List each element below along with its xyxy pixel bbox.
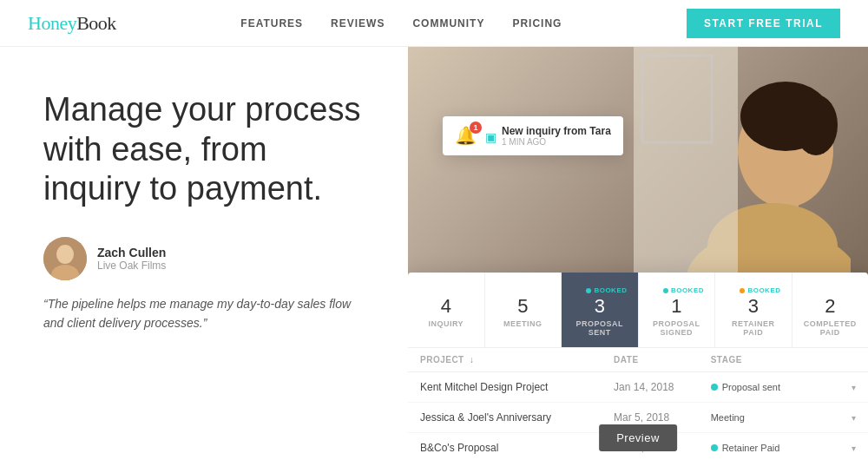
- nav-pricing[interactable]: PRICING: [512, 17, 562, 30]
- stage-retainer-label: RETAINERPAID: [722, 319, 785, 337]
- stage-badge-2: Meeting: [711, 412, 745, 423]
- hero-headline: Manage your process with ease, from inqu…: [43, 90, 373, 209]
- th-stage: STAGE: [711, 355, 856, 365]
- stage-inquiry-status: [415, 283, 477, 295]
- booked-label2: BOOKED: [671, 286, 704, 294]
- td-stage-2: Meeting ▾: [711, 412, 856, 423]
- booked-label: BOOKED: [594, 286, 627, 294]
- svg-point-1: [56, 245, 74, 264]
- td-stage-3: Retainer Paid ▾: [711, 443, 856, 453]
- stage-retainer-count: 3: [722, 295, 785, 318]
- stage-meeting[interactable]: 5 MEETING: [485, 273, 562, 347]
- chevron-down-icon-2[interactable]: ▾: [852, 413, 856, 423]
- stage-inquiry[interactable]: 4 INQUIRY: [408, 273, 485, 347]
- stage-proposal-sent-label: PROPOSALSENT: [569, 319, 631, 337]
- stage-completed[interactable]: 2 COMPLETEDPAID: [792, 273, 869, 347]
- stage-completed-status: [799, 283, 862, 295]
- table-header: PROJECT ↓ DATE STAGE: [408, 348, 868, 372]
- notification-message: New inquiry from Tara: [502, 125, 611, 137]
- stage-dot-1: [711, 384, 718, 391]
- avatar: [43, 237, 87, 280]
- stage-proposal-sent-status: BOOKED: [569, 283, 631, 295]
- stage-meeting-label: MEETING: [492, 319, 555, 328]
- stage-dot-3: [711, 444, 718, 451]
- sort-icon[interactable]: ↓: [470, 355, 475, 365]
- chevron-down-icon-1[interactable]: ▾: [852, 383, 856, 392]
- stage-completed-label: COMPLETEDPAID: [799, 319, 862, 337]
- booked-label3: BOOKED: [747, 286, 780, 294]
- notification-bell: 🔔 1: [455, 125, 477, 146]
- notification-badge: 1: [470, 122, 482, 134]
- td-project-3: B&Co's Proposal: [420, 442, 614, 454]
- th-project: PROJECT ↓: [420, 355, 614, 365]
- main-content: Manage your process with ease, from inqu…: [0, 47, 868, 460]
- inquiry-icon: ▣: [485, 130, 496, 144]
- stage-inquiry-label: INQUIRY: [415, 319, 477, 328]
- hero-left: Manage your process with ease, from inqu…: [0, 47, 408, 460]
- notification-time: 1 MIN AGO: [502, 137, 611, 147]
- logo: HoneyBook: [28, 12, 116, 35]
- td-date-2: Mar 5, 2018: [614, 411, 711, 424]
- td-stage-1: Proposal sent ▾: [711, 382, 856, 392]
- stage-proposal-sent[interactable]: BOOKED 3 PROPOSALSENT: [562, 273, 639, 347]
- booked-dot: [586, 288, 591, 293]
- stage-proposal-signed-label: PROPOSALSIGNED: [646, 319, 708, 337]
- stage-completed-count: 2: [799, 295, 862, 318]
- svg-point-6: [794, 95, 838, 155]
- stage-proposal-signed[interactable]: BOOKED 1 PROPOSALSIGNED: [639, 273, 716, 347]
- booked-dot2: [663, 288, 668, 293]
- nav-reviews[interactable]: REVIEWS: [331, 17, 385, 30]
- hero-photo: [408, 47, 868, 299]
- table-row: Kent Mitchel Design Project Jan 14, 2018…: [408, 372, 868, 403]
- start-free-trial-button[interactable]: START FREE TRIAL: [687, 9, 840, 38]
- stage-badge-1: Proposal sent: [711, 382, 780, 392]
- chevron-down-icon-3[interactable]: ▾: [852, 444, 856, 453]
- notification-content: ▣ New inquiry from Tara 1 MIN AGO: [485, 125, 611, 147]
- stage-retainer-status: BOOKED: [722, 283, 785, 295]
- td-project-2: Jessica & Joel's Anniversary: [420, 411, 614, 424]
- stage-proposal-signed-status: BOOKED: [646, 283, 708, 295]
- booked-dot3: [740, 288, 745, 293]
- nav-features[interactable]: FEATURES: [240, 17, 303, 30]
- navbar: HoneyBook FEATURES REVIEWS COMMUNITY PRI…: [0, 0, 868, 47]
- author-company: Live Oak Films: [97, 260, 166, 272]
- td-date-1: Jan 14, 2018: [614, 381, 711, 393]
- stage-proposal-signed-count: 1: [646, 295, 708, 318]
- stage-inquiry-count: 4: [415, 295, 477, 318]
- td-project-1: Kent Mitchel Design Project: [420, 381, 614, 393]
- author-name: Zach Cullen: [97, 246, 166, 260]
- stage-meeting-status: [492, 283, 555, 295]
- stage-proposal-sent-count: 3: [569, 295, 631, 318]
- stage-retainer-paid[interactable]: BOOKED 3 RETAINERPAID: [715, 273, 792, 347]
- pipeline-stages: 4 INQUIRY 5 MEETING BOOKED 3 PROPOSALSEN…: [408, 273, 868, 348]
- svg-rect-9: [634, 47, 738, 299]
- preview-button[interactable]: Preview: [599, 424, 677, 451]
- notification-popup: 🔔 1 ▣ New inquiry from Tara 1 MIN AGO: [443, 116, 623, 155]
- testimonial-quote: “The pipeline helps me manage my day-to-…: [43, 294, 356, 333]
- th-date: DATE: [614, 355, 711, 365]
- person-illustration: [634, 47, 851, 299]
- author-info: Zach Cullen Live Oak Films: [97, 246, 166, 272]
- nav-community[interactable]: COMMUNITY: [412, 17, 484, 30]
- stage-badge-3: Retainer Paid: [711, 443, 780, 453]
- stage-meeting-count: 5: [492, 295, 555, 318]
- nav-links: FEATURES REVIEWS COMMUNITY PRICING: [240, 17, 562, 30]
- testimonial-author: Zach Cullen Live Oak Films: [43, 237, 373, 280]
- hero-right: 🔔 1 ▣ New inquiry from Tara 1 MIN AGO: [408, 47, 868, 460]
